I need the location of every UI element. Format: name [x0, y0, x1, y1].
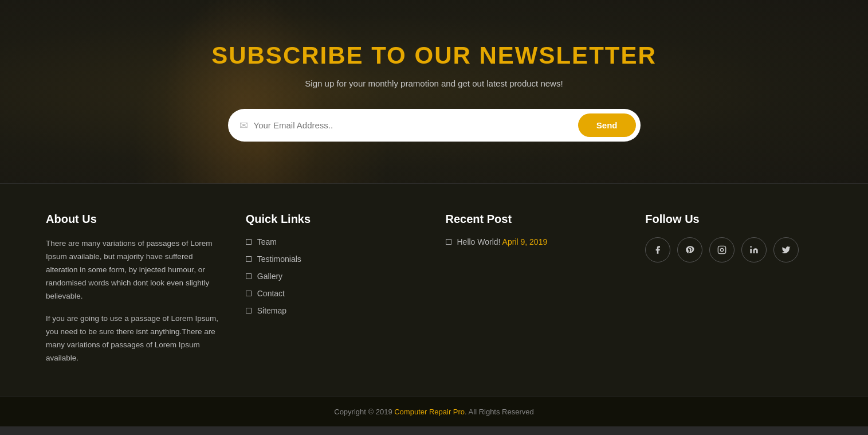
quicklink-sitemap[interactable]: Sitemap — [257, 306, 286, 315]
footer-section: About Us There are many variations of pa… — [0, 183, 868, 397]
list-icon-5 — [246, 308, 252, 313]
list-item: Testimonials — [246, 254, 423, 264]
followus-heading: Follow Us — [645, 213, 822, 226]
quicklink-contact[interactable]: Contact — [257, 289, 285, 298]
email-input[interactable] — [254, 120, 578, 130]
newsletter-title: SUBSCRIBE TO OUR NEWSLETTER — [11, 42, 857, 69]
list-icon-3 — [246, 273, 252, 279]
about-para1: There are many variations of passages of… — [46, 237, 223, 303]
list-icon-4 — [246, 291, 252, 296]
linkedin-icon[interactable] — [741, 237, 767, 262]
facebook-icon[interactable] — [645, 237, 670, 262]
copyright-text: Copyright © 2019 Computer Repair Pro. Al… — [334, 407, 533, 416]
svg-point-4 — [751, 246, 752, 248]
instagram-icon[interactable] — [709, 237, 735, 262]
svg-point-2 — [724, 248, 725, 248]
quicklinks-list: Team Testimonials Gallery Contact Sitema… — [246, 237, 423, 315]
rp-date: April 9, 2019 — [502, 237, 548, 246]
list-icon-1 — [246, 239, 252, 245]
newsletter-subtitle: Sign up for your monthly pramotion and g… — [11, 79, 857, 88]
recentpost-heading: Recent Post — [446, 213, 623, 226]
footer-quicklinks-col: Quick Links Team Testimonials Gallery Co… — [246, 213, 423, 374]
pinterest-icon[interactable] — [677, 237, 702, 262]
list-item: Team — [246, 237, 423, 246]
rp-title: Hello World! April 9, 2019 — [457, 237, 548, 246]
copyright-brand: Computer Repair Pro — [394, 407, 465, 416]
about-para2: If you are going to use a passage of Lor… — [46, 312, 223, 365]
email-icon: ✉ — [239, 119, 248, 132]
list-icon-2 — [246, 256, 252, 262]
copyright-bar: Copyright © 2019 Computer Repair Pro. Al… — [0, 397, 868, 426]
list-item: Contact — [246, 289, 423, 298]
footer-followus-col: Follow Us — [645, 213, 822, 374]
svg-rect-3 — [751, 249, 752, 253]
rp-icon — [446, 239, 451, 245]
about-heading: About Us — [46, 213, 223, 226]
social-icons — [645, 237, 822, 262]
recent-post-item: Hello World! April 9, 2019 — [446, 237, 623, 246]
quicklink-testimonials[interactable]: Testimonials — [257, 254, 301, 264]
footer-about-col: About Us There are many variations of pa… — [46, 213, 223, 374]
quicklink-team[interactable]: Team — [257, 237, 277, 246]
newsletter-form: ✉ Send — [11, 109, 857, 142]
svg-point-1 — [721, 248, 724, 251]
newsletter-title-highlight: NEWSLETTER — [479, 42, 656, 69]
email-input-wrap: ✉ Send — [228, 109, 641, 142]
twitter-icon[interactable] — [773, 237, 799, 262]
newsletter-content: SUBSCRIBE TO OUR NEWSLETTER Sign up for … — [11, 42, 857, 142]
newsletter-title-plain: SUBSCRIBE TO OUR — [211, 42, 479, 69]
footer-recentpost-col: Recent Post Hello World! April 9, 2019 — [446, 213, 623, 374]
send-button[interactable]: Send — [578, 113, 636, 137]
quicklinks-heading: Quick Links — [246, 213, 423, 226]
list-item: Gallery — [246, 272, 423, 281]
list-item: Sitemap — [246, 306, 423, 315]
svg-rect-0 — [718, 246, 726, 253]
newsletter-section: SUBSCRIBE TO OUR NEWSLETTER Sign up for … — [0, 0, 868, 183]
quicklink-gallery[interactable]: Gallery — [257, 272, 282, 281]
